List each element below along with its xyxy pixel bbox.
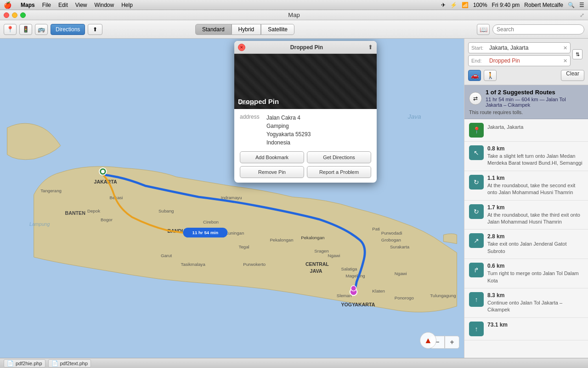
- popup-share-button[interactable]: ⬆: [368, 44, 373, 51]
- report-problem-button[interactable]: Report a Problem: [307, 166, 371, 178]
- end-label: End:: [471, 58, 487, 63]
- list-icon[interactable]: ☰: [579, 2, 584, 8]
- map-svg: Java Lampung Tangerang JAKARTA Bekasi De…: [0, 39, 464, 358]
- search-menubar-icon[interactable]: 🔍: [568, 2, 575, 8]
- direction-icon-5: ↱: [469, 263, 484, 277]
- popup-address-line1: Jalan Cakra 4: [266, 114, 311, 122]
- zoom-in-button[interactable]: +: [445, 336, 459, 349]
- file-icon-2: 📄: [51, 360, 58, 367]
- directions-label: Directions: [56, 26, 80, 33]
- direction-item-6[interactable]: ↑ 8.3 km Continue onto Jalan Tol Jakarta…: [464, 288, 588, 318]
- file-icon-1: 📄: [7, 360, 14, 367]
- map-container[interactable]: Java Lampung Tangerang JAKARTA Bekasi De…: [0, 39, 464, 358]
- direction-info-6: 8.3 km Continue onto Jalan Tol Jakarta –…: [487, 292, 583, 314]
- popup-buttons: Add Bookmark Get Directions Remove Pin R…: [240, 151, 371, 178]
- directions-list[interactable]: 📍 Jakarta, Jakarta ↖ 0.8 km Take a sligh…: [464, 119, 588, 358]
- svg-text:Pekalongan: Pekalongan: [301, 235, 324, 240]
- route-count: 1 of 2 Suggested Routes: [486, 89, 583, 96]
- compass-button[interactable]: ▲: [420, 332, 436, 349]
- taskbar-file-2[interactable]: 📄 pdf2text.php: [48, 359, 91, 368]
- svg-text:Klaten: Klaten: [372, 288, 384, 293]
- apple-menu[interactable]: 🍎: [4, 1, 11, 9]
- get-directions-button[interactable]: Get Directions: [307, 151, 371, 163]
- popup-close-button[interactable]: ✕: [238, 44, 245, 51]
- swap-route-button[interactable]: ⇅: [572, 49, 582, 59]
- popup-address-line2: Gamping: [266, 122, 311, 130]
- bookmarks-button[interactable]: 📖: [477, 24, 490, 35]
- svg-text:Tasikmalaya: Tasikmalaya: [181, 262, 206, 267]
- route-summary-header: ⇄ 1 of 2 Suggested Routes 11 hr 54 min —…: [469, 89, 583, 108]
- direction-info-4: 2.8 km Take exit onto Jalan Jenderal Gat…: [487, 233, 583, 255]
- svg-text:Subang: Subang: [158, 208, 174, 213]
- start-clear-button[interactable]: ✕: [563, 45, 567, 51]
- popup-address-label: address: [240, 114, 263, 147]
- menubar-help[interactable]: Help: [121, 2, 133, 8]
- menubar-edit[interactable]: Edit: [58, 2, 68, 8]
- transit-button[interactable]: 🚌: [35, 24, 48, 35]
- map-type-standard[interactable]: Standard: [195, 24, 232, 35]
- direction-item-3[interactable]: ↻ 1.7 km At the roundabout, take the thi…: [464, 201, 588, 230]
- taskbar-file-label-1: pdf2hie.php: [16, 361, 42, 366]
- minimize-button[interactable]: [12, 12, 17, 18]
- menubar-view[interactable]: View: [75, 2, 87, 8]
- direction-item-1[interactable]: ↖ 0.8 km Take a slight left turn onto Ja…: [464, 142, 588, 171]
- directions-button[interactable]: Directions: [51, 24, 85, 35]
- end-field: End: Dropped Pin ✕: [468, 55, 571, 66]
- resize-icon[interactable]: ⤢: [580, 12, 584, 18]
- dir-distance-2: 1.1 km: [487, 175, 583, 181]
- share-button[interactable]: ⬆: [88, 24, 102, 35]
- direction-icon-start: 📍: [469, 123, 484, 138]
- dir-distance-6: 8.3 km: [487, 292, 583, 299]
- svg-text:Tangerang: Tangerang: [40, 188, 62, 193]
- popup-address-text: Jalan Cakra 4 Gamping Yogyakarta 55293 I…: [266, 114, 311, 147]
- transport-controls: 🚗 🚶 Clear: [468, 70, 584, 81]
- route-input-area: Start: Jakarta, Jakarta ✕ End: Dropped P…: [464, 39, 588, 85]
- location-button[interactable]: 📍: [4, 24, 17, 35]
- dir-distance-5: 0.6 km: [487, 263, 583, 269]
- titlebar: Map ⤢: [0, 10, 588, 20]
- menubar-window[interactable]: Window: [95, 2, 114, 8]
- map-type-satellite[interactable]: Satellite: [261, 24, 294, 35]
- taskbar-file-1[interactable]: 📄 pdf2hie.php: [4, 359, 45, 368]
- direction-item-7[interactable]: ↑ 73.1 km: [464, 318, 588, 340]
- direction-icon-3: ↻: [469, 204, 484, 219]
- clear-route-button[interactable]: Clear: [561, 70, 584, 81]
- toolbar: 📍 🚦 🚌 Directions ⬆ Standard Hybrid Satel…: [0, 20, 588, 39]
- popup-pin-sub: Gading: [238, 100, 254, 105]
- battery-level: 100%: [473, 2, 487, 8]
- menubar-right: ✈ ⚡ 📶 100% Fri 9:40 pm Robert Metcalfe 🔍…: [441, 2, 584, 8]
- direction-item-5[interactable]: ↱ 0.6 km Turn right to merge onto Jalan …: [464, 259, 588, 288]
- direction-info-3: 1.7 km At the roundabout, take the third…: [487, 204, 583, 226]
- car-transport-button[interactable]: 🚗: [468, 70, 481, 81]
- walk-transport-button[interactable]: 🚶: [484, 70, 497, 81]
- svg-text:Depok: Depok: [87, 208, 100, 213]
- close-button[interactable]: [4, 12, 9, 18]
- taskbar-file-label-2: pdf2text.php: [60, 361, 88, 366]
- svg-text:Lampung: Lampung: [29, 221, 50, 227]
- direction-icon-1: ↖: [469, 145, 484, 160]
- add-bookmark-button[interactable]: Add Bookmark: [240, 151, 304, 163]
- menubar-app[interactable]: Maps: [21, 2, 35, 8]
- toolbar-right: 📖: [477, 24, 584, 35]
- route-toggle-button[interactable]: ⇄: [469, 92, 482, 105]
- traffic-button[interactable]: 🚦: [19, 24, 32, 35]
- dir-desc-0: Jakarta, Jakarta: [487, 124, 583, 131]
- menubar-file[interactable]: File: [42, 2, 51, 8]
- search-input[interactable]: [492, 24, 584, 34]
- remove-pin-button[interactable]: Remove Pin: [240, 166, 304, 178]
- navigation-icon: ✈: [441, 2, 446, 8]
- dir-distance-7: 73.1 km: [487, 322, 583, 328]
- direction-info-5: 0.6 km Turn right to merge onto Jalan To…: [487, 263, 583, 284]
- popup-title: Dropped Pin: [290, 44, 323, 51]
- dir-desc-3: At the roundabout, take the third exit o…: [487, 212, 583, 226]
- maximize-button[interactable]: [20, 12, 26, 18]
- end-clear-button[interactable]: ✕: [563, 58, 567, 64]
- start-label: Start:: [471, 45, 487, 51]
- direction-item-2[interactable]: ↻ 1.1 km At the roundabout, take the sec…: [464, 171, 588, 201]
- direction-item-4[interactable]: ↗ 2.8 km Take exit onto Jalan Jenderal G…: [464, 230, 588, 259]
- svg-text:JAKARTA: JAKARTA: [94, 179, 117, 184]
- svg-text:Sleman: Sleman: [337, 293, 352, 298]
- direction-item-start[interactable]: 📍 Jakarta, Jakarta: [464, 119, 588, 142]
- map-type-hybrid[interactable]: Hybrid: [232, 24, 261, 35]
- svg-text:Surakarta: Surakarta: [390, 244, 410, 249]
